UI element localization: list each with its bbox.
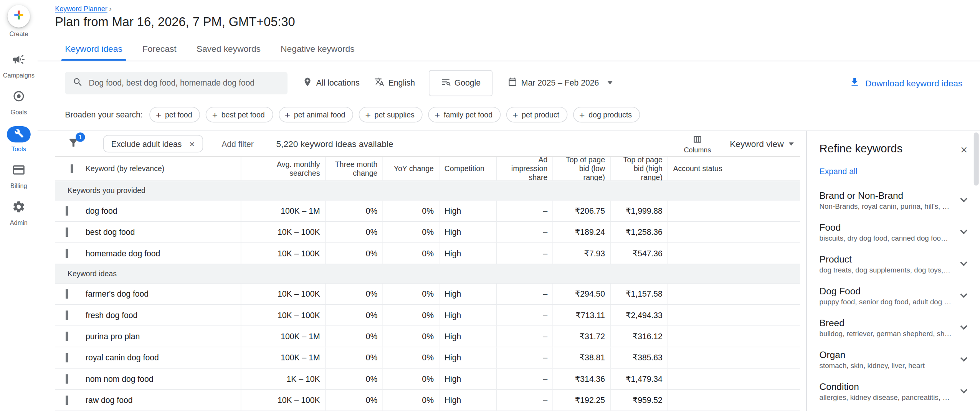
columns-button[interactable]: Columns: [684, 134, 711, 154]
row-checkbox[interactable]: [66, 396, 68, 405]
broaden-chip[interactable]: + pet animal food: [279, 107, 354, 122]
chevron-down-icon[interactable]: [960, 195, 967, 202]
cell-bid-low: ₹31.72: [552, 326, 610, 347]
column-header-yoy[interactable]: YoY change: [382, 157, 439, 181]
cell-bid-low: ₹189.24: [552, 222, 610, 243]
plus-icon: +: [156, 110, 161, 119]
category-name: Breed: [820, 317, 952, 328]
cell-keyword: homemade dog food: [84, 249, 241, 258]
refine-category[interactable]: Breed bulldog, retriever, german shepher…: [820, 311, 972, 343]
tools-active-pill: [7, 126, 31, 142]
cell-account-status: [668, 369, 800, 390]
refine-category[interactable]: Nutrient protein, fat, fiber, vitamins, …: [820, 407, 972, 411]
view-label: Keyword view: [730, 139, 784, 149]
chevron-down-icon[interactable]: [960, 386, 967, 393]
sidebar-item-tools[interactable]: Tools: [7, 126, 31, 152]
cell-avg-searches: 10K – 100K: [241, 305, 325, 326]
filter-button[interactable]: 1: [68, 137, 79, 151]
sidebar-item-campaigns[interactable]: Campaigns: [3, 53, 35, 79]
cell-account-status: [668, 222, 800, 243]
language-selector[interactable]: English: [375, 77, 415, 89]
column-header-competition[interactable]: Competition: [439, 157, 496, 181]
category-examples: stomach, skin, kidney, liver, heart: [820, 362, 925, 370]
cell-ad-impression-share: –: [496, 326, 553, 347]
row-checkbox[interactable]: [66, 289, 68, 299]
tab-keyword-ideas[interactable]: Keyword ideas: [55, 38, 132, 61]
row-checkbox[interactable]: [66, 249, 68, 258]
breadcrumb-link[interactable]: Keyword Planner: [55, 5, 107, 13]
row-checkbox[interactable]: [66, 228, 68, 237]
select-all-checkbox[interactable]: [71, 164, 73, 173]
sidebar-item-billing[interactable]: Billing: [10, 163, 27, 189]
cell-avg-searches: 100K – 1M: [241, 347, 325, 368]
breadcrumb[interactable]: Keyword Planner›: [55, 5, 980, 13]
chevron-down-icon[interactable]: [960, 227, 967, 234]
sidebar-item-admin[interactable]: Admin: [10, 200, 28, 226]
keyword-view-dropdown[interactable]: Keyword view: [730, 139, 794, 149]
gear-icon: [12, 200, 26, 216]
section-label: Keyword ideas: [68, 269, 117, 278]
exclude-adult-ideas-chip[interactable]: Exclude adult ideas ×: [103, 135, 203, 153]
refine-category[interactable]: Brand or Non-Brand Non-Brands, royal can…: [820, 184, 972, 216]
cell-competition: High: [439, 326, 496, 347]
row-checkbox[interactable]: [66, 206, 68, 215]
column-header-bid-high[interactable]: Top of page bid (high range): [610, 157, 668, 181]
scrollbar-thumb[interactable]: [974, 132, 979, 185]
broaden-chip[interactable]: + family pet food: [428, 107, 501, 122]
plus-icon: +: [435, 110, 440, 119]
create-button[interactable]: [8, 5, 30, 28]
refine-category[interactable]: Dog Food puppy food, senior dog food, ad…: [820, 279, 972, 311]
keywords-search-input[interactable]: Dog food, best dog food, homemade dog fo…: [65, 71, 288, 94]
add-filter-button[interactable]: Add filter: [221, 139, 254, 148]
close-icon[interactable]: ×: [957, 142, 972, 157]
cell-account-status: [668, 284, 800, 304]
column-header-account-status[interactable]: Account status: [668, 157, 800, 181]
table-row: best dog food 10K – 100K 0% 0% High – ₹1…: [55, 222, 800, 243]
row-checkbox[interactable]: [66, 310, 68, 320]
column-header-three-month[interactable]: Three month change: [325, 157, 383, 181]
funnel-icon: [68, 140, 79, 150]
refine-category[interactable]: Condition allergies, kidney disease, pan…: [820, 375, 972, 407]
cell-bid-low: ₹7.93: [552, 243, 610, 264]
refine-category[interactable]: Product dog treats, dog supplements, dog…: [820, 248, 972, 279]
cell-account-status: [668, 347, 800, 368]
chevron-down-icon[interactable]: [960, 323, 967, 330]
broaden-chip[interactable]: + pet food: [150, 107, 200, 122]
row-checkbox[interactable]: [66, 374, 68, 383]
row-checkbox[interactable]: [66, 332, 68, 341]
remove-filter-icon[interactable]: ×: [189, 139, 195, 148]
chevron-down-icon[interactable]: [960, 355, 967, 361]
cell-avg-searches: 10K – 100K: [241, 243, 325, 264]
cell-yoy-change: 0%: [382, 369, 439, 390]
refine-category-text: Product dog treats, dog supplements, dog…: [820, 254, 952, 274]
column-header-bid-low[interactable]: Top of page bid (low range): [552, 157, 610, 181]
table-row: farmer's dog food 10K – 100K 0% 0% High …: [55, 284, 800, 305]
date-range-selector[interactable]: Mar 2025 – Feb 2026: [507, 77, 613, 89]
column-header-avg-searches[interactable]: Avg. monthly searches: [241, 157, 325, 181]
broaden-chip[interactable]: + dog products: [573, 107, 640, 122]
vertical-scrollbar[interactable]: [974, 132, 979, 410]
column-header-keyword[interactable]: Keyword (by relevance): [84, 164, 241, 173]
broaden-chip[interactable]: + best pet food: [206, 107, 273, 122]
cell-bid-high: ₹2,494.33: [610, 305, 668, 326]
cell-yoy-change: 0%: [382, 201, 439, 221]
sidebar-item-goals[interactable]: Goals: [11, 89, 27, 116]
chevron-down-icon: [608, 81, 613, 84]
row-checkbox[interactable]: [66, 353, 68, 362]
expand-all-link[interactable]: Expand all: [820, 167, 972, 176]
refine-category[interactable]: Food biscuits, dry dog food, canned dog …: [820, 216, 972, 248]
broaden-chip[interactable]: + pet supplies: [359, 107, 423, 122]
chevron-down-icon[interactable]: [960, 291, 967, 298]
chevron-down-icon[interactable]: [960, 259, 967, 266]
tab-negative-keywords[interactable]: Negative keywords: [271, 38, 365, 61]
network-selector[interactable]: Google: [429, 70, 492, 96]
sidebar-item-create[interactable]: Create: [8, 5, 30, 38]
location-selector[interactable]: All locations: [302, 77, 360, 89]
cell-yoy-change: 0%: [382, 390, 439, 411]
download-keyword-ideas-button[interactable]: Download keyword ideas: [849, 76, 962, 89]
tab-saved-keywords[interactable]: Saved keywords: [187, 38, 271, 61]
broaden-chip[interactable]: + pet product: [506, 107, 567, 122]
refine-category[interactable]: Organ stomach, skin, kidney, liver, hear…: [820, 343, 972, 375]
tab-forecast[interactable]: Forecast: [132, 38, 187, 61]
column-header-ad-share[interactable]: Ad impression share: [496, 157, 553, 181]
